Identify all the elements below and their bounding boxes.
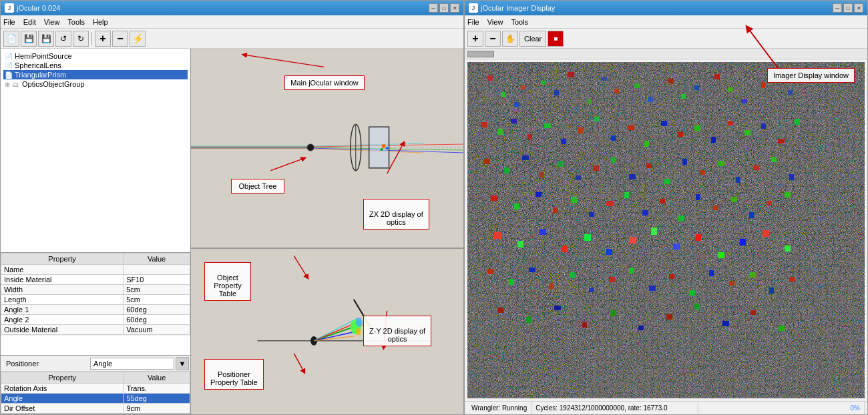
imager-window-title: jOcular Imager Display [481, 4, 555, 12]
menu-edit[interactable]: Edit [23, 18, 36, 26]
imager-stop-btn[interactable]: ■ [548, 31, 564, 47]
imager-status-bar: Wrangler: Running Cycles: 1924312/100000… [465, 401, 867, 414]
prop-name-value[interactable] [124, 265, 190, 275]
svg-rect-113 [660, 199, 665, 203]
svg-rect-99 [718, 161, 724, 166]
main-toolbar: 📄 💾 💾 ↺ ↻ + − ⚡ [1, 29, 463, 49]
add-button[interactable]: + [95, 31, 111, 47]
svg-rect-90 [558, 161, 564, 167]
status-percent: 0% [698, 402, 865, 414]
prop-length-value[interactable]: 5cm [124, 295, 190, 305]
svg-rect-98 [700, 170, 705, 175]
svg-rect-46 [568, 72, 574, 77]
connect-button[interactable]: ⚡ [130, 31, 146, 47]
svg-rect-150 [789, 277, 795, 282]
pos-rotationaxis-value[interactable]: Trans. [124, 384, 190, 394]
prop-name-label: Name [1, 265, 124, 275]
menu-help[interactable]: Help [93, 18, 108, 26]
main-window: J jOcular 0.024 ─ □ ✕ File Edit View Too… [0, 0, 464, 415]
svg-rect-78 [678, 132, 683, 137]
imager-maximize-btn[interactable]: □ [843, 3, 853, 13]
pos-row-rotationaxis: Rotation Axis Trans. [1, 384, 190, 394]
minimize-btn[interactable]: ─ [429, 3, 438, 13]
svg-rect-155 [610, 310, 616, 316]
clear-button[interactable]: Clear [519, 31, 546, 47]
save-button[interactable]: 💾 [21, 31, 37, 47]
prop-insidematerial-value[interactable]: SF10 [124, 275, 190, 285]
svg-rect-62 [648, 97, 653, 102]
left-panel: 📄 HemiPointSource 📄 SphericalLens 📄 Tria… [1, 49, 191, 414]
svg-rect-115 [696, 194, 700, 200]
imager-menu-file[interactable]: File [467, 18, 479, 26]
prop-width-value[interactable]: 5cm [124, 285, 190, 295]
svg-rect-133 [763, 230, 769, 237]
imager-close-btn[interactable]: ✕ [854, 3, 863, 13]
optics-svg-zy [191, 249, 463, 414]
new-button[interactable]: 📄 [3, 31, 19, 47]
svg-rect-52 [501, 92, 505, 97]
close-btn[interactable]: ✕ [450, 3, 459, 13]
tree-label-4: OpticsObjectGroup [22, 80, 85, 88]
positioner-value[interactable]: Angle [90, 358, 174, 370]
svg-rect-68 [511, 119, 517, 123]
imager-menu-tools[interactable]: Tools [511, 18, 528, 26]
optics-display-zy[interactable] [191, 249, 463, 414]
imager-canvas[interactable] [467, 62, 865, 398]
maximize-btn[interactable]: □ [439, 3, 449, 13]
tree-item-sphericallens[interactable]: 📄 SphericalLens [3, 61, 188, 70]
svg-rect-70 [544, 123, 551, 128]
svg-rect-88 [522, 155, 529, 160]
svg-rect-84 [778, 139, 785, 143]
positioner-table-section: Property Value Rotation Axis Trans. Angl… [1, 372, 190, 414]
imager-pan-btn[interactable]: ✋ [502, 31, 518, 47]
pos-diroffset-value[interactable]: 9cm [124, 404, 190, 414]
menu-tools[interactable]: Tools [67, 18, 85, 26]
svg-rect-91 [576, 175, 581, 180]
svg-rect-81 [728, 121, 733, 125]
svg-rect-54 [588, 99, 592, 104]
svg-rect-139 [569, 272, 575, 278]
canvas-area[interactable]: Main jOcular window Object Tree ZX 2D di… [191, 49, 463, 414]
svg-rect-125 [584, 234, 591, 241]
svg-rect-151 [497, 308, 503, 313]
svg-rect-42 [467, 62, 865, 398]
svg-rect-135 [487, 269, 493, 274]
app-icon: J [5, 3, 14, 13]
svg-rect-49 [714, 74, 720, 79]
menu-file[interactable]: File [3, 18, 15, 26]
prop-angle2-value[interactable]: 60deg [124, 315, 190, 325]
property-table: Property Value Name Inside Material SF10 [1, 253, 190, 335]
pos-row-angle: Angle 55deg [1, 394, 190, 404]
svg-rect-124 [562, 246, 568, 252]
prop-angle1-value[interactable]: 60deg [124, 305, 190, 315]
tree-item-opticsobjectgroup[interactable]: ⊕ 🗂 OpticsObjectGroup [3, 79, 188, 89]
scroll-thumb[interactable] [467, 51, 494, 57]
optics-display-zx[interactable] [191, 49, 463, 249]
imager-zoom-in-btn[interactable]: + [467, 31, 483, 47]
pos-angle-value[interactable]: 55deg [124, 394, 190, 404]
tree-item-triangularprism[interactable]: 📄 TriangularPrism [3, 70, 188, 79]
tree-item-hemipointsource[interactable]: 📄 HemiPointSource [3, 51, 188, 61]
imager-menu-view[interactable]: View [487, 18, 503, 26]
svg-rect-83 [761, 123, 766, 129]
imager-minimize-btn[interactable]: ─ [833, 3, 842, 13]
svg-rect-116 [713, 205, 718, 210]
svg-rect-94 [629, 174, 636, 179]
svg-rect-148 [749, 272, 756, 278]
positioner-dropdown-btn[interactable]: ▼ [176, 357, 189, 370]
tree-label-3: TriangularPrism [15, 71, 66, 79]
prop-outsidematerial-value[interactable]: Vacuum [124, 325, 190, 335]
object-tree[interactable]: 📄 HemiPointSource 📄 SphericalLens 📄 Tria… [1, 49, 190, 253]
remove-button[interactable]: − [112, 31, 128, 47]
prop-row-outsidematerial: Outside Material Vacuum [1, 325, 190, 335]
imager-zoom-out-btn[interactable]: − [485, 31, 501, 47]
redo-button[interactable]: ↻ [73, 31, 89, 47]
menu-view[interactable]: View [44, 18, 60, 26]
wrangler-text: Wrangler: Running [471, 404, 527, 412]
file-icon-3: 📄 [5, 71, 13, 79]
saveas-button[interactable]: 💾 [38, 31, 54, 47]
svg-rect-119 [767, 201, 772, 205]
undo-button[interactable]: ↺ [55, 31, 71, 47]
imager-menu-bar: File View Tools [465, 15, 867, 29]
optics-svg-zx [191, 49, 463, 248]
